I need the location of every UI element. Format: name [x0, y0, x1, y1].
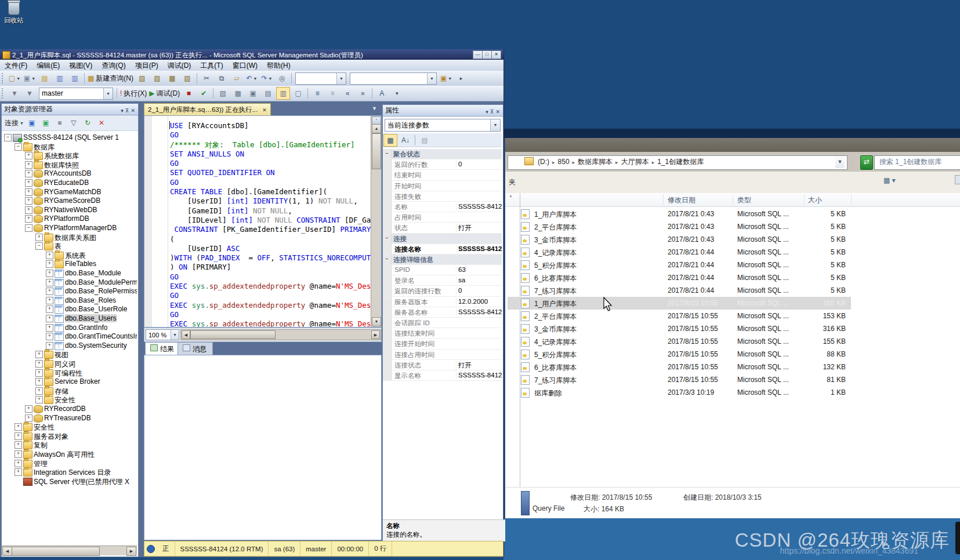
collapse-icon[interactable]: −: [383, 149, 392, 159]
tree-item[interactable]: +安全性: [2, 422, 137, 431]
database-engine-query-icon[interactable]: ▧: [135, 72, 149, 85]
tree-item[interactable]: +复制: [2, 440, 137, 449]
tree-item[interactable]: +dbo.GrantInfo: [2, 323, 137, 332]
property-row[interactable]: 返回的连接行数0: [383, 286, 502, 296]
menu-item[interactable]: 文件(F): [0, 60, 32, 72]
property-row[interactable]: 开始时间: [383, 181, 502, 191]
expand-icon[interactable]: +: [15, 468, 22, 476]
tree-item[interactable]: −表: [2, 241, 137, 250]
expand-icon[interactable]: +: [15, 423, 22, 431]
expand-icon[interactable]: +: [15, 460, 22, 467]
analysis-services-query-icon[interactable]: ▨: [150, 72, 164, 85]
estimated-plan-icon[interactable]: ▧: [216, 87, 230, 100]
sql-editor[interactable]: USE [RYAccountsDB]GO/****** 对象: Table [d…: [144, 115, 382, 328]
chevron-down-icon[interactable]: ▼: [336, 73, 346, 84]
stop-icon[interactable]: ■: [53, 117, 66, 129]
tree-item[interactable]: +Service Broker: [2, 377, 137, 386]
paste-icon[interactable]: ▱: [230, 72, 244, 85]
categorized-icon[interactable]: ▦: [383, 134, 397, 147]
save-icon[interactable]: ▥: [53, 72, 67, 85]
property-value[interactable]: SSSSSS-84124: [456, 308, 502, 315]
tree-item-label[interactable]: Service Broker: [55, 377, 100, 386]
views-icon[interactable]: ▦ ▾: [883, 176, 896, 184]
expand-icon[interactable]: +: [46, 270, 53, 277]
search-input[interactable]: 搜索 1_1创建数据库: [874, 155, 960, 170]
tree-item[interactable]: +dbo.Base_RolePermissi: [2, 286, 137, 296]
tree-item[interactable]: +数据库关系图: [2, 232, 137, 242]
connect-button[interactable]: 连接▼: [2, 117, 24, 129]
file-row[interactable]: 3_金币库脚本2017/8/15 10:55Microsoft SQL ...3…: [508, 322, 851, 335]
file-row[interactable]: 2_平台库脚本2017/8/15 10:55Microsoft SQL ...1…: [508, 310, 851, 322]
horizontal-scrollbar[interactable]: ◀ ▶: [180, 329, 381, 340]
menu-item[interactable]: 视图(V): [64, 60, 97, 72]
chevron-down-icon[interactable]: ▼: [427, 73, 436, 84]
splitter-grip[interactable]: ⹀: [372, 117, 381, 125]
tree-item[interactable]: +dbo.Base_Roles: [2, 296, 137, 305]
increase-indent-icon[interactable]: »: [356, 87, 369, 100]
expand-icon[interactable]: +: [25, 405, 32, 413]
database-combo[interactable]: master▼: [39, 88, 113, 100]
tree-item-label[interactable]: FileTables: [65, 260, 96, 268]
tree-item[interactable]: +RYGameScoreDB: [2, 196, 137, 205]
property-row[interactable]: 显示名称SSSSSS-84124: [383, 370, 502, 381]
column-header-modified[interactable]: 修改日期: [668, 195, 695, 205]
breadcrumb-item[interactable]: 1_1创建数据库: [655, 158, 705, 166]
tree-item[interactable]: +系统表: [2, 250, 137, 260]
refresh-icon[interactable]: ↻: [81, 117, 94, 129]
expand-icon[interactable]: +: [15, 450, 22, 458]
expand-icon[interactable]: +: [35, 396, 43, 403]
property-row[interactable]: 服务器名称SSSSSS-84124: [383, 307, 502, 318]
zoom-combo[interactable]: 100 %▼: [146, 329, 179, 340]
tree-item[interactable]: +dbo.Base_Users: [2, 314, 137, 323]
scroll-right-icon[interactable]: ▶: [371, 330, 380, 339]
tree-item[interactable]: +同义词: [2, 359, 137, 368]
tree-item-label[interactable]: RYGameMatchDB: [44, 188, 101, 196]
comment-icon[interactable]: ≡: [310, 87, 324, 100]
expand-icon[interactable]: +: [25, 197, 32, 205]
expand-icon[interactable]: +: [25, 215, 32, 223]
template-explorer-icon[interactable]: ▣▼: [439, 72, 453, 85]
tree-item[interactable]: +服务器对象: [2, 431, 137, 441]
tree-item[interactable]: +RYEducateDB: [2, 178, 137, 187]
property-group-row[interactable]: −连接详细信息: [383, 254, 502, 265]
property-value[interactable]: SSSSSS-84124: [456, 372, 502, 379]
property-group-row[interactable]: −连接: [383, 234, 502, 244]
expand-icon[interactable]: +: [25, 161, 32, 169]
refresh-go-button[interactable]: ⇄: [860, 155, 873, 170]
pin-icon[interactable]: ⊼: [125, 108, 131, 114]
tree-item[interactable]: +RYNativeWebDB: [2, 205, 137, 214]
code-text[interactable]: USE [RYAccountsDB]GO/****** 对象: Table [d…: [170, 121, 370, 328]
parse-icon[interactable]: ✔: [197, 87, 211, 100]
property-value[interactable]: 0: [456, 161, 502, 168]
collapse-icon[interactable]: −: [4, 134, 12, 141]
expand-icon[interactable]: +: [25, 152, 32, 159]
expand-icon[interactable]: +: [25, 414, 32, 422]
expand-icon[interactable]: +: [46, 279, 53, 286]
expand-icon[interactable]: +: [35, 360, 43, 368]
breadcrumb-separator-icon[interactable]: ▸: [651, 159, 656, 165]
collapse-icon[interactable]: −: [383, 254, 392, 264]
file-row[interactable]: 3_金币库脚本2017/8/21 0:43Microsoft SQL ...5 …: [508, 233, 851, 246]
expand-icon[interactable]: +: [15, 432, 22, 440]
expand-icon[interactable]: +: [46, 306, 53, 313]
property-row[interactable]: 服务器版本12.0.2000: [383, 297, 502, 307]
add-item-icon[interactable]: ▣▼: [23, 72, 37, 85]
tree-item[interactable]: +RYTreasureDB: [2, 413, 137, 423]
tree-item[interactable]: +RYGameMatchDB: [2, 187, 137, 197]
tree-item-label[interactable]: dbo.Base_RolePermissi: [65, 287, 137, 295]
breadcrumb-item[interactable]: 大厅脚本: [620, 158, 651, 166]
chevron-down-icon[interactable]: ▼: [490, 119, 500, 131]
file-row[interactable]: 7_练习库脚本2017/8/21 0:44Microsoft SQL ...5 …: [508, 284, 851, 297]
tree-item[interactable]: +AlwaysOn 高可用性: [2, 449, 137, 459]
breadcrumb-item[interactable]: 850: [556, 158, 571, 166]
expand-icon[interactable]: +: [15, 441, 22, 449]
column-header-size[interactable]: 大小: [808, 195, 822, 205]
tree-item-label[interactable]: dbo.Base_UserRole: [65, 305, 127, 313]
sqlcmd-mode-icon[interactable]: A: [375, 87, 389, 100]
property-value[interactable]: SSSSSS-84124: [456, 203, 502, 210]
expand-icon[interactable]: +: [25, 188, 32, 196]
tab-close-icon[interactable]: ✕: [262, 107, 267, 113]
stop-icon[interactable]: ■: [182, 87, 195, 100]
expand-icon[interactable]: +: [46, 315, 53, 322]
close-icon[interactable]: ✕: [131, 108, 137, 114]
